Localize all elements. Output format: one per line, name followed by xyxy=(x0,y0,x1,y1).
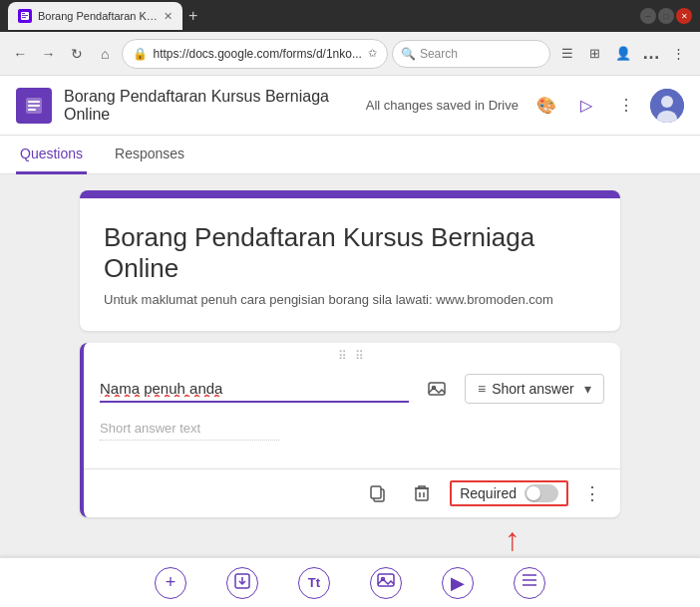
add-video-button[interactable]: ▶ xyxy=(442,567,474,599)
appbar-more-icon[interactable]: ⋮ xyxy=(610,90,642,122)
question-input-area xyxy=(100,376,409,403)
close-button[interactable]: ✕ xyxy=(676,8,692,24)
settings-icon[interactable]: … xyxy=(638,41,664,67)
add-section-button[interactable] xyxy=(514,567,545,599)
drag-handle[interactable]: ⠿ ⠿ xyxy=(84,343,620,365)
add-icon: + xyxy=(166,572,176,593)
image-icon xyxy=(377,571,395,594)
menu-icon[interactable]: ⋮ xyxy=(666,41,692,67)
question-top: ≡ Short answer ▾ xyxy=(84,365,620,413)
question-type-label: Short answer xyxy=(492,381,573,397)
import-icon xyxy=(233,572,251,593)
address-text: https://docs.google.com/forms/d/1nko... xyxy=(154,47,362,61)
svg-rect-5 xyxy=(28,101,40,103)
chevron-down-icon: ▾ xyxy=(584,381,591,397)
browser-tab[interactable]: Borang Pendaftaran Kursus Be... ✕ xyxy=(8,2,182,30)
required-label: Required xyxy=(460,485,517,501)
browser-toolbar-icons: ☰ ⊞ 👤 … ⋮ xyxy=(554,41,692,67)
search-placeholder: Search xyxy=(420,47,458,61)
svg-point-9 xyxy=(661,96,673,108)
question-more-icon[interactable]: ⋮ xyxy=(580,482,604,504)
svg-rect-2 xyxy=(22,15,28,16)
search-input[interactable]: 🔍 Search xyxy=(392,40,550,68)
arrow-icon: ↑ xyxy=(505,521,521,558)
forward-button[interactable]: → xyxy=(36,40,60,68)
svg-rect-14 xyxy=(371,486,381,498)
saved-status: All changes saved in Drive xyxy=(366,98,519,113)
short-answer-placeholder: Short answer text xyxy=(100,417,279,441)
tab-close-button[interactable]: ✕ xyxy=(164,10,173,23)
new-tab-button[interactable]: + xyxy=(188,7,197,25)
video-icon: ▶ xyxy=(451,572,465,594)
main-content: Borang Pendaftaran Kursus Berniaga Onlin… xyxy=(0,174,700,574)
tab-responses[interactable]: Responses xyxy=(111,136,188,174)
form-tabs: Questions Responses xyxy=(0,136,700,174)
tab-title: Borang Pendaftaran Kursus Be... xyxy=(38,10,158,22)
address-bar[interactable]: 🔒 https://docs.google.com/forms/d/1nko..… xyxy=(122,39,388,69)
tab-questions[interactable]: Questions xyxy=(16,136,87,174)
add-image-button[interactable] xyxy=(370,567,402,599)
window-controls: ─ □ ✕ xyxy=(640,8,692,24)
question-body: Short answer text xyxy=(84,413,620,449)
add-question-button[interactable]: + xyxy=(155,567,186,599)
app-bar: Borang Pendaftaran Kursus Berniaga Onlin… xyxy=(0,76,700,136)
account-icon[interactable]: 👤 xyxy=(610,41,636,67)
question-label-input[interactable] xyxy=(100,376,409,403)
extensions-icon[interactable]: ⊞ xyxy=(582,41,608,67)
add-title-button[interactable]: Tt xyxy=(298,567,330,599)
home-button[interactable]: ⌂ xyxy=(93,40,117,68)
avatar[interactable] xyxy=(650,89,684,123)
question-type-select[interactable]: ≡ Short answer ▾ xyxy=(465,374,604,404)
short-answer-icon: ≡ xyxy=(478,381,486,397)
question-image-icon[interactable] xyxy=(421,373,453,405)
form-header-card: Borang Pendaftaran Kursus Berniaga Onlin… xyxy=(80,190,620,331)
minimize-button[interactable]: ─ xyxy=(640,8,656,24)
send-icon[interactable]: ▷ xyxy=(570,90,602,122)
copy-icon[interactable] xyxy=(362,477,394,509)
delete-icon[interactable] xyxy=(406,477,438,509)
svg-rect-7 xyxy=(28,109,36,111)
bookmarks-icon[interactable]: ☰ xyxy=(554,41,580,67)
reload-button[interactable]: ↻ xyxy=(65,40,89,68)
svg-rect-6 xyxy=(28,105,40,107)
app-title: Borang Pendaftaran Kursus Berniaga Onlin… xyxy=(64,88,354,124)
question-card: ⠿ ⠿ ≡ Short answer ▾ Short answer text xyxy=(80,343,620,517)
bottom-toolbar: + Tt ▶ xyxy=(0,557,700,607)
appbar-actions: 🎨 ▷ ⋮ xyxy=(530,89,684,123)
browser-toolbar: ← → ↻ ⌂ 🔒 https://docs.google.com/forms/… xyxy=(0,32,700,76)
app-icon xyxy=(16,88,52,124)
title-bar: Borang Pendaftaran Kursus Be... ✕ + ─ □ … xyxy=(0,0,700,32)
svg-rect-1 xyxy=(22,13,25,14)
palette-icon[interactable]: 🎨 xyxy=(530,90,562,122)
tab-area: Borang Pendaftaran Kursus Be... ✕ + xyxy=(8,2,197,30)
import-question-button[interactable] xyxy=(226,567,258,599)
text-icon: Tt xyxy=(308,575,320,590)
section-icon xyxy=(521,571,538,594)
maximize-button[interactable]: □ xyxy=(658,8,674,24)
svg-rect-15 xyxy=(416,488,428,500)
required-toggle-switch[interactable] xyxy=(525,484,558,502)
form-description: Untuk maklumat penuh cara pengisian bora… xyxy=(104,292,596,307)
question-footer: Required ⋮ xyxy=(84,468,620,517)
tab-favicon xyxy=(18,9,32,23)
required-toggle[interactable]: Required xyxy=(450,480,568,506)
svg-rect-11 xyxy=(429,383,445,395)
arrow-annotation: ↑ xyxy=(80,517,620,558)
form-title: Borang Pendaftaran Kursus Berniaga Onlin… xyxy=(104,222,596,284)
svg-rect-3 xyxy=(22,17,26,18)
svg-rect-20 xyxy=(378,574,394,586)
back-button[interactable]: ← xyxy=(8,40,32,68)
